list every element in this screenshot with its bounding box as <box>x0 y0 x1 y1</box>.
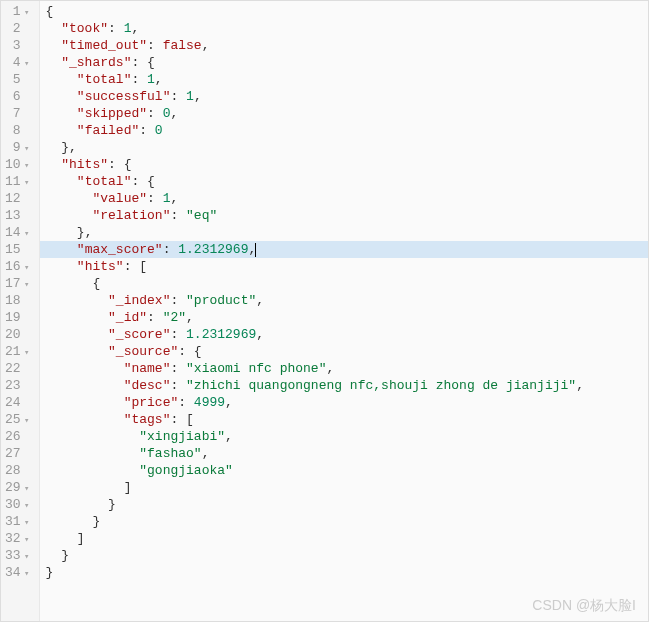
code-line[interactable]: } <box>40 513 648 530</box>
code-line[interactable]: { <box>40 3 648 20</box>
token-str: "zhichi quangongneng nfc,shouji zhong de… <box>186 378 576 393</box>
token-key: "hits" <box>61 157 108 172</box>
token-key: "timed_out" <box>61 38 147 53</box>
code-line[interactable]: "total": 1, <box>40 71 648 88</box>
token-punc: , <box>576 378 584 393</box>
code-line[interactable]: ] <box>40 479 648 496</box>
token-punc: { <box>147 55 155 70</box>
line-number: 19 <box>5 309 31 326</box>
line-number: 12 <box>5 190 31 207</box>
line-number: 23 <box>5 377 31 394</box>
code-line[interactable]: "hits": { <box>40 156 648 173</box>
code-line[interactable]: }, <box>40 139 648 156</box>
code-line[interactable]: "desc": "zhichi quangongneng nfc,shouji … <box>40 377 648 394</box>
token-punc: , <box>170 106 178 121</box>
token-key: "_id" <box>108 310 147 325</box>
token-colon: : <box>170 293 186 308</box>
token-colon: : <box>139 123 155 138</box>
code-line[interactable]: "fashao", <box>40 445 648 462</box>
token-punc: ] <box>77 531 85 546</box>
line-number: 25▾ <box>5 411 31 428</box>
token-punc: , <box>194 89 202 104</box>
code-line[interactable]: "price": 4999, <box>40 394 648 411</box>
line-number: 27 <box>5 445 31 462</box>
token-punc: { <box>124 157 132 172</box>
code-line[interactable]: } <box>40 496 648 513</box>
code-line[interactable]: "timed_out": false, <box>40 37 648 54</box>
line-number: 28 <box>5 462 31 479</box>
token-colon: : <box>108 21 124 36</box>
code-editor[interactable]: 1▾234▾56789▾10▾11▾121314▾1516▾17▾1819202… <box>1 1 648 621</box>
token-colon: : <box>147 191 163 206</box>
token-punc: } <box>46 565 54 580</box>
line-number: 26 <box>5 428 31 445</box>
code-line[interactable]: } <box>40 564 648 581</box>
code-line[interactable]: "_shards": { <box>40 54 648 71</box>
code-line[interactable]: "took": 1, <box>40 20 648 37</box>
token-str: "2" <box>163 310 186 325</box>
token-punc: }, <box>61 140 77 155</box>
token-colon: : <box>170 327 186 342</box>
token-str: "gongjiaoka" <box>139 463 233 478</box>
token-punc: ] <box>124 480 132 495</box>
line-number: 20 <box>5 326 31 343</box>
token-colon: : <box>131 174 147 189</box>
line-number: 15 <box>5 241 31 258</box>
token-num: 0 <box>155 123 163 138</box>
code-line[interactable]: }, <box>40 224 648 241</box>
token-colon: : <box>131 72 147 87</box>
code-line[interactable]: "tags": [ <box>40 411 648 428</box>
line-number: 17▾ <box>5 275 31 292</box>
token-colon: : <box>170 361 186 376</box>
token-colon: : <box>170 208 186 223</box>
line-number: 24 <box>5 394 31 411</box>
code-line[interactable]: "total": { <box>40 173 648 190</box>
code-line[interactable]: } <box>40 547 648 564</box>
token-punc: , <box>256 293 264 308</box>
code-line[interactable]: "value": 1, <box>40 190 648 207</box>
code-line[interactable]: "max_score": 1.2312969, <box>40 241 648 258</box>
line-number: 5 <box>5 71 31 88</box>
code-line[interactable]: "gongjiaoka" <box>40 462 648 479</box>
token-punc: }, <box>77 225 93 240</box>
token-punc: , <box>256 327 264 342</box>
token-punc: { <box>147 174 155 189</box>
code-line[interactable]: "successful": 1, <box>40 88 648 105</box>
code-line[interactable]: { <box>40 275 648 292</box>
line-number: 9▾ <box>5 139 31 156</box>
line-number: 1▾ <box>5 3 31 20</box>
token-bool: false <box>163 38 202 53</box>
token-num: 1.2312969 <box>178 242 248 257</box>
code-line[interactable]: "_score": 1.2312969, <box>40 326 648 343</box>
token-key: "total" <box>77 72 132 87</box>
code-line[interactable]: "relation": "eq" <box>40 207 648 224</box>
code-line[interactable]: "_index": "product", <box>40 292 648 309</box>
token-key: "name" <box>124 361 171 376</box>
token-colon: : <box>178 395 194 410</box>
line-number: 33▾ <box>5 547 31 564</box>
token-key: "_index" <box>108 293 170 308</box>
code-content[interactable]: { "took": 1, "timed_out": false, "_shard… <box>40 1 648 621</box>
line-number-gutter: 1▾234▾56789▾10▾11▾121314▾1516▾17▾1819202… <box>1 1 40 621</box>
token-punc: [ <box>186 412 194 427</box>
line-number: 3 <box>5 37 31 54</box>
token-colon: : <box>170 378 186 393</box>
token-colon: : <box>124 259 140 274</box>
code-line[interactable]: "xingjiabi", <box>40 428 648 445</box>
code-line[interactable]: "skipped": 0, <box>40 105 648 122</box>
token-key: "_source" <box>108 344 178 359</box>
code-line[interactable]: "hits": [ <box>40 258 648 275</box>
token-str: "xiaomi nfc phone" <box>186 361 326 376</box>
code-line[interactable]: "_source": { <box>40 343 648 360</box>
code-line[interactable]: "_id": "2", <box>40 309 648 326</box>
code-line[interactable]: "failed": 0 <box>40 122 648 139</box>
fold-toggle-icon[interactable]: ▾ <box>23 566 31 583</box>
token-key: "price" <box>124 395 179 410</box>
line-number: 21▾ <box>5 343 31 360</box>
code-line[interactable]: "name": "xiaomi nfc phone", <box>40 360 648 377</box>
token-str: "xingjiabi" <box>139 429 225 444</box>
token-punc: } <box>108 497 116 512</box>
token-num: 1 <box>147 72 155 87</box>
line-number: 14▾ <box>5 224 31 241</box>
code-line[interactable]: ] <box>40 530 648 547</box>
